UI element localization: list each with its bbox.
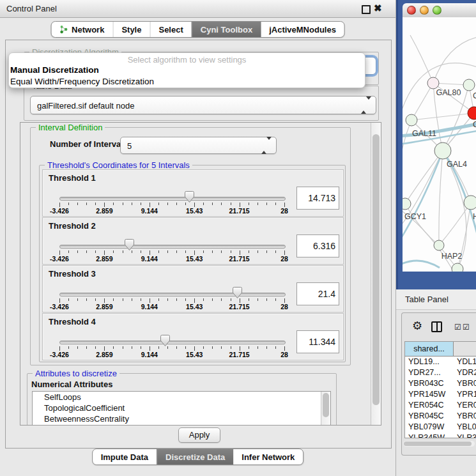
table-row[interactable]: YBR045CYBR0	[405, 411, 476, 422]
close-icon[interactable]: ✖	[374, 3, 382, 14]
settings-scrollbar[interactable]	[371, 123, 381, 425]
network-node-gal4[interactable]	[434, 142, 451, 159]
tick-mark	[257, 346, 258, 349]
cell-name[interactable]: YDR2	[454, 367, 476, 378]
network-desktop: GAL80GACGAL11GAL4GCY1HHAP2	[396, 0, 476, 289]
attribute-item-selfloops[interactable]: SelfLoops	[33, 392, 330, 403]
cell-name[interactable]: YDL1	[454, 357, 476, 367]
tick-mark	[221, 346, 222, 349]
table-row[interactable]: YER054CYER0	[405, 400, 476, 411]
table-row[interactable]: YLR345WYLR3	[405, 433, 476, 438]
table-data-select[interactable]: galFiltered.sif default node	[30, 96, 376, 114]
tick-mark	[249, 203, 249, 205]
apply-button[interactable]: Apply	[178, 427, 220, 443]
network-edge[interactable]	[403, 261, 440, 268]
network-node-h[interactable]	[464, 196, 476, 210]
table-row[interactable]: YBR043CYBR0	[405, 378, 476, 389]
tab-discretize-data[interactable]: Discretize Data	[157, 449, 233, 464]
cell-name[interactable]: YLR3	[454, 433, 476, 438]
gear-icon[interactable]: ⚙	[412, 319, 422, 333]
network-node-hap2[interactable]	[434, 240, 444, 250]
column-header-na[interactable]: na	[454, 342, 476, 357]
slider-track[interactable]	[59, 197, 286, 201]
bottom-tab-bar: Impute DataDiscretize DataInfer Network	[92, 449, 304, 465]
tab-impute-data[interactable]: Impute Data	[93, 449, 157, 464]
scrollbar-thumb[interactable]	[372, 134, 380, 405]
network-edge[interactable]	[411, 83, 433, 120]
minimize-traffic-light-icon[interactable]	[420, 6, 429, 15]
network-edge[interactable]	[410, 35, 433, 83]
threshold-value-field[interactable]: 21.4	[296, 282, 339, 305]
cell-name[interactable]: YER0	[454, 400, 476, 411]
zoom-traffic-light-icon[interactable]	[433, 6, 441, 15]
algorithm-option-equal-width-frequency-discretization[interactable]: Equal Width/Frequency Discretization	[9, 76, 365, 88]
tab-network[interactable]: Network	[51, 22, 112, 37]
tick-mark	[212, 203, 213, 205]
network-node-gcy1[interactable]	[403, 198, 411, 210]
table-row[interactable]: YBL079WYBL0	[405, 422, 476, 433]
table-row[interactable]: YDL19...YDL1	[405, 357, 476, 367]
tab-cyni-toolbox[interactable]: Cyni Toolbox	[192, 22, 261, 37]
tick-label: 9.144	[141, 255, 158, 263]
scrollbar-thumb[interactable]	[323, 393, 329, 417]
network-node-gal80[interactable]	[427, 77, 439, 89]
network-node-gal11[interactable]	[406, 114, 417, 126]
number-of-intervals-select[interactable]: 5	[120, 137, 277, 154]
cell-shared-name[interactable]: YBR045C	[405, 411, 456, 422]
scrollbar-thumb[interactable]	[404, 441, 472, 446]
tab-style[interactable]: Style	[112, 22, 150, 37]
cell-shared-name[interactable]: YPR145W	[405, 389, 456, 400]
float-window-icon[interactable]	[362, 5, 371, 14]
columns-icon[interactable]	[431, 321, 442, 332]
cell-name[interactable]: YBL0	[454, 422, 476, 433]
table-horizontal-scrollbar[interactable]	[403, 441, 475, 447]
checkbox-icon[interactable]: ☑	[454, 323, 461, 332]
cell-shared-name[interactable]: YBR043C	[405, 378, 456, 389]
network-edge[interactable]	[433, 36, 476, 83]
threshold-value-field[interactable]: 11.344	[296, 330, 339, 353]
tick-label: 21.715	[229, 303, 250, 311]
cyni-toolbox-panel: Discretization Algorithm Table Data galF…	[5, 40, 392, 449]
slider-thumb[interactable]	[232, 286, 243, 299]
column-header-shared[interactable]: shared...	[405, 342, 454, 357]
cell-name[interactable]: YBR0	[454, 378, 476, 389]
close-traffic-light-icon[interactable]	[407, 6, 416, 15]
slider-track[interactable]	[59, 293, 286, 296]
slider-thumb[interactable]	[124, 238, 135, 251]
cell-name[interactable]: YPR1	[454, 389, 476, 400]
attribute-item-topologicalcoefficient[interactable]: TopologicalCoefficient	[33, 403, 330, 413]
slider-track[interactable]	[59, 341, 286, 344]
tab-jactivemnodules[interactable]: jActiveMNodules	[261, 22, 344, 37]
cell-shared-name[interactable]: YER054C	[405, 400, 456, 411]
tab-label: Network	[72, 25, 104, 35]
tick-mark	[141, 203, 141, 205]
network-node-ga[interactable]	[463, 79, 475, 91]
network-canvas[interactable]: GAL80GACGAL11GAL4GCY1HHAP2	[403, 17, 476, 272]
network-node[interactable]	[452, 263, 463, 272]
table-row[interactable]: YPR145WYPR1	[405, 389, 476, 400]
slider-track[interactable]	[59, 245, 286, 249]
cell-shared-name[interactable]: YBL079W	[405, 422, 456, 433]
threshold-value-field[interactable]: 14.713	[296, 187, 339, 210]
cell-shared-name[interactable]: YLR345W	[405, 433, 456, 438]
tab-label: Cyni Toolbox	[201, 25, 252, 35]
cell-shared-name[interactable]: YDL19...	[405, 357, 456, 367]
tick-mark	[113, 203, 114, 205]
slider-thumb[interactable]	[184, 190, 195, 203]
tab-select[interactable]: Select	[150, 22, 191, 37]
slider-thumb[interactable]	[160, 334, 171, 347]
table-row[interactable]: YDR27...YDR2	[405, 367, 476, 378]
network-edge[interactable]	[411, 113, 474, 120]
list-scrollbar[interactable]	[321, 392, 330, 426]
network-node-c[interactable]	[468, 107, 476, 119]
tick-mark	[104, 346, 105, 351]
tab-infer-network[interactable]: Infer Network	[233, 449, 303, 464]
threshold-value-field[interactable]: 6.316	[296, 234, 339, 257]
network-edge[interactable]	[405, 204, 439, 245]
algorithm-option-manual-discretization[interactable]: Manual Discretization	[9, 65, 365, 76]
checkbox-icon[interactable]: ☑	[463, 323, 470, 332]
network-edge[interactable]	[439, 151, 443, 245]
cell-name[interactable]: YBR0	[454, 411, 476, 422]
cell-shared-name[interactable]: YDR27...	[405, 367, 456, 378]
attribute-item-betweennesscentrality[interactable]: BetweennessCentrality	[33, 413, 330, 424]
